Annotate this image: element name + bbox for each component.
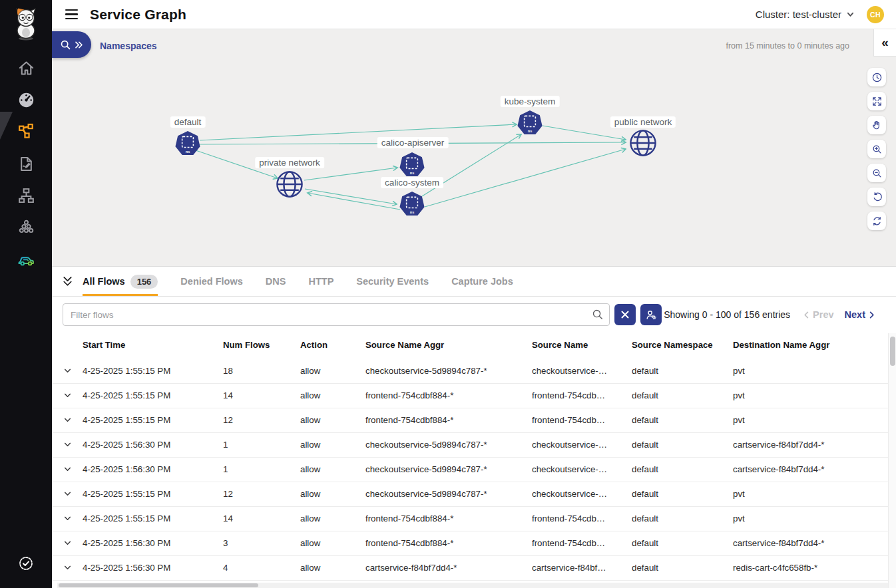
table-row[interactable]: 4-25-2025 1:56:30 PM1allowcheckoutservic… [52,458,896,482]
certificate-check-icon [17,555,35,572]
filter-flows-input[interactable] [63,303,610,326]
svg-text:ns: ns [410,171,415,175]
zoom-out-icon [871,168,883,179]
tab-capture-jobs[interactable]: Capture Jobs [451,267,513,296]
vertical-scrollbar-track [888,333,896,588]
sidebar-item-network-tree[interactable] [0,180,52,212]
graph-node-public-network[interactable] [628,128,658,158]
sidebar-item-car[interactable] [0,243,52,275]
graph-refresh-button[interactable] [867,212,886,230]
chevron-left-icon [802,311,811,319]
breadcrumb-namespaces[interactable]: Namespaces [100,41,157,51]
graph-node-calico-apiserver[interactable]: ns [399,152,425,178]
home-icon [17,59,35,77]
close-icon [620,310,630,319]
graph-node-private-network[interactable] [275,170,304,199]
table-row[interactable]: 4-25-2025 1:56:30 PM1allowcheckoutservic… [52,433,896,458]
table-row[interactable]: 4-25-2025 1:55:15 PM14allowfrontend-754c… [52,384,896,408]
double-chevron-down-icon [61,275,75,289]
tab-denied-flows[interactable]: Denied Flows [180,267,242,296]
all-flows-count-badge: 156 [130,275,158,289]
column-customize-button[interactable] [640,304,662,325]
network-tree-icon [17,187,35,205]
next-page-button[interactable]: Next [845,309,876,320]
table-row[interactable]: 4-25-2025 1:55:15 PM18allowcheckoutservi… [52,359,896,384]
search-icon [592,309,604,321]
clock-icon [871,72,883,83]
refresh-icon [871,216,883,227]
chevron-right-icon [867,311,876,319]
node-label: default [170,116,206,128]
menu-hamburger-icon[interactable] [63,6,80,23]
column-header-source-name[interactable]: Source Name [532,340,632,351]
sidebar-item-policies[interactable] [0,148,52,180]
column-header-destination-name-aggr[interactable]: Destination Name Aggr [733,340,896,351]
chevron-down-icon [846,10,855,19]
svg-text:ns: ns [528,129,533,133]
column-header-source-namespace[interactable]: Source Namespace [632,340,733,351]
table-row[interactable]: 4-25-2025 1:56:30 PM4allowcartservice-f8… [52,556,896,581]
sidebar-item-components[interactable] [0,212,52,243]
namespace-icon: ns [399,192,425,217]
sidebar-item-service-graph[interactable] [0,116,52,148]
sidebar-item-certificate[interactable] [0,547,52,579]
row-expander-chevron[interactable] [63,366,83,376]
node-label: public network [610,116,676,128]
column-header-start-time[interactable]: Start Time [83,340,223,351]
sidebar-item-dashboard[interactable] [0,84,52,116]
namespace-icon: ns [517,110,543,136]
tab-all-flows[interactable]: All Flows 156 [83,267,158,296]
prev-page-button[interactable]: Prev [802,309,833,320]
zoom-in-icon [871,144,883,155]
tab-http[interactable]: HTTP [308,267,334,296]
horizontal-scrollbar-thumb[interactable] [59,583,258,587]
graph-time-button[interactable] [867,68,886,86]
row-expander-chevron[interactable] [63,390,83,400]
avatar[interactable]: CH [867,6,884,23]
column-header-action[interactable]: Action [300,340,365,351]
row-expander-chevron[interactable] [63,464,83,474]
search-icon [60,39,71,51]
network-globe-icon [628,128,658,158]
graph-search-button[interactable] [52,31,91,58]
column-header-num-flows[interactable]: Num Flows [223,340,300,351]
graph-zoom-out-button[interactable] [867,164,886,182]
table-row[interactable]: 4-25-2025 1:55:15 PM12allowfrontend-754c… [52,408,896,433]
top-bar: Service Graph Cluster: test-cluster CH [52,0,896,29]
node-label: private network [255,157,324,168]
horizontal-scrollbar-track [57,583,888,588]
panel-collapse-button[interactable] [52,267,83,296]
table-row[interactable]: 4-25-2025 1:56:30 PM3allowfrontend-754cd… [52,531,896,556]
flows-table-header: Start Time Num Flows Action Source Name … [52,331,896,359]
graph-zoom-in-button[interactable] [867,140,886,158]
showing-entries-label: Showing 0 - 100 of 156 entries [664,309,790,320]
table-row[interactable]: 4-25-2025 1:55:15 PM14allowfrontend-754c… [52,507,896,531]
graph-undo-button[interactable] [867,188,886,206]
row-expander-chevron[interactable] [63,514,83,523]
row-expander-chevron[interactable] [63,415,83,425]
table-row[interactable]: 4-25-2025 1:55:15 PM12allowcheckoutservi… [52,482,896,507]
graph-node-default[interactable]: ns [175,131,200,156]
graph-fit-view-button[interactable] [867,92,886,110]
row-expander-chevron[interactable] [63,489,83,499]
column-header-source-name-aggr[interactable]: Source Name Aggr [365,340,532,351]
clear-filter-button[interactable] [614,304,636,325]
namespace-icon: ns [399,152,425,178]
collapse-right-panel-button[interactable]: « [873,29,896,57]
cluster-selector[interactable]: Cluster: test-cluster [756,9,855,20]
row-expander-chevron[interactable] [63,563,83,573]
components-cluster-icon [17,219,35,237]
hand-pan-icon [871,120,883,131]
row-expander-chevron[interactable] [63,538,83,548]
svg-text:ns: ns [186,150,190,154]
graph-node-calico-system[interactable]: ns [399,192,425,217]
graph-node-kube-system[interactable]: ns [517,110,543,136]
row-expander-chevron[interactable] [63,440,83,450]
network-globe-icon [275,170,304,199]
node-label: kube-system [501,96,560,107]
tab-dns[interactable]: DNS [266,267,286,296]
vertical-scrollbar-thumb[interactable] [890,337,895,366]
tab-security-events[interactable]: Security Events [356,267,429,296]
sidebar-item-home[interactable] [0,52,52,84]
graph-pan-button[interactable] [867,116,886,134]
